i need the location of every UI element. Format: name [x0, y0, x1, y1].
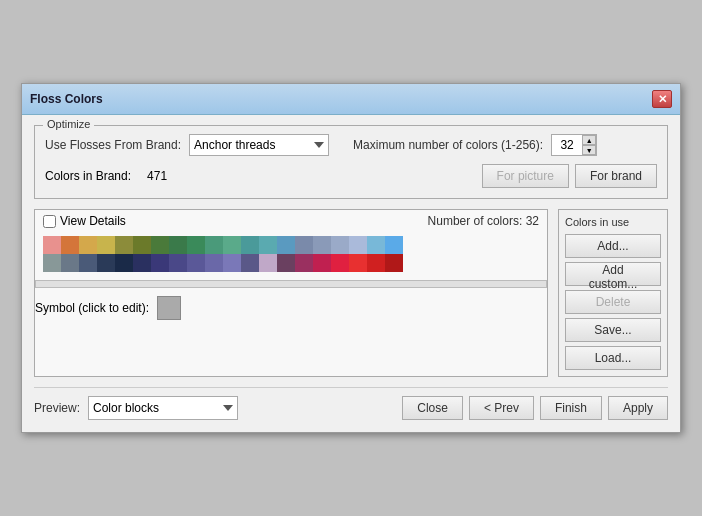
swatch[interactable]: [205, 254, 223, 272]
swatch[interactable]: [43, 236, 61, 254]
swatch[interactable]: [367, 236, 385, 254]
spinner-up[interactable]: ▲: [582, 135, 596, 145]
optimize-group: Optimize Use Flosses From Brand: Anchor …: [34, 125, 668, 199]
colors-in-brand-label: Colors in Brand:: [45, 169, 131, 183]
swatch[interactable]: [295, 254, 313, 272]
close-button[interactable]: ✕: [652, 90, 672, 108]
swatch[interactable]: [169, 254, 187, 272]
swatch[interactable]: [115, 236, 133, 254]
spinner-down[interactable]: ▼: [582, 145, 596, 155]
add-button[interactable]: Add...: [565, 234, 661, 258]
middle-area: View Details Number of colors: 32: [34, 209, 668, 377]
title-bar: Floss Colors ✕: [22, 84, 680, 115]
for-picture-button[interactable]: For picture: [482, 164, 569, 188]
symbol-box[interactable]: [157, 296, 181, 320]
apply-button[interactable]: Apply: [608, 396, 668, 420]
swatch[interactable]: [385, 254, 403, 272]
swatch[interactable]: [151, 254, 169, 272]
swatch[interactable]: [295, 236, 313, 254]
view-details-checkbox[interactable]: [43, 215, 56, 228]
colors-in-use-panel: Colors in use Add... Add custom... Delet…: [558, 209, 668, 377]
view-details-label: View Details: [60, 214, 126, 228]
footer-buttons: Close < Prev Finish Apply: [402, 396, 668, 420]
swatch[interactable]: [97, 236, 115, 254]
number-of-colors-label: Number of colors: 32: [428, 214, 539, 228]
swatch[interactable]: [313, 254, 331, 272]
action-buttons: For picture For brand: [482, 164, 657, 188]
swatch[interactable]: [349, 236, 367, 254]
colors-in-brand-value: 471: [147, 169, 167, 183]
window-body: Optimize Use Flosses From Brand: Anchor …: [22, 115, 680, 432]
swatch[interactable]: [169, 236, 187, 254]
finish-button[interactable]: Finish: [540, 396, 602, 420]
swatch-row-2: [43, 254, 539, 272]
swatch[interactable]: [187, 254, 205, 272]
colors-in-use-title: Colors in use: [565, 216, 661, 228]
swatch[interactable]: [241, 236, 259, 254]
swatch[interactable]: [61, 236, 79, 254]
load-button[interactable]: Load...: [565, 346, 661, 370]
swatch[interactable]: [133, 236, 151, 254]
swatch[interactable]: [259, 236, 277, 254]
max-colors-input[interactable]: [552, 135, 582, 155]
swatch[interactable]: [223, 236, 241, 254]
brand-row: Use Flosses From Brand: Anchor threads D…: [45, 134, 657, 156]
colors-brand-row: Colors in Brand: 471 For picture For bra…: [45, 164, 657, 188]
swatch[interactable]: [223, 254, 241, 272]
save-button[interactable]: Save...: [565, 318, 661, 342]
swatch[interactable]: [277, 254, 295, 272]
swatch[interactable]: [61, 254, 79, 272]
close-button-footer[interactable]: Close: [402, 396, 463, 420]
max-colors-spinner[interactable]: ▲ ▼: [551, 134, 597, 156]
swatch-row-1: [43, 236, 539, 254]
swatch[interactable]: [97, 254, 115, 272]
max-colors-label: Maximum number of colors (1-256):: [353, 138, 543, 152]
color-panel: View Details Number of colors: 32: [34, 209, 548, 377]
swatch[interactable]: [367, 254, 385, 272]
delete-button[interactable]: Delete: [565, 290, 661, 314]
swatch[interactable]: [133, 254, 151, 272]
optimize-group-title: Optimize: [43, 118, 94, 130]
swatch[interactable]: [241, 254, 259, 272]
view-details-checkbox-container[interactable]: View Details: [43, 214, 126, 228]
window-title: Floss Colors: [30, 92, 103, 106]
brand-label: Use Flosses From Brand:: [45, 138, 181, 152]
preview-select[interactable]: Color blocks Symbols No preview: [88, 396, 238, 420]
spinner-buttons: ▲ ▼: [582, 135, 596, 155]
swatch[interactable]: [259, 254, 277, 272]
swatch[interactable]: [151, 236, 169, 254]
footer: Preview: Color blocks Symbols No preview…: [34, 387, 668, 420]
swatch[interactable]: [187, 236, 205, 254]
swatch[interactable]: [385, 236, 403, 254]
swatch[interactable]: [277, 236, 295, 254]
floss-colors-window: Floss Colors ✕ Optimize Use Flosses From…: [21, 83, 681, 433]
swatch[interactable]: [79, 236, 97, 254]
prev-button[interactable]: < Prev: [469, 396, 534, 420]
add-custom-button[interactable]: Add custom...: [565, 262, 661, 286]
brand-select[interactable]: Anchor threads DMC threads Madeira threa…: [189, 134, 329, 156]
symbol-area: Symbol (click to edit):: [35, 292, 547, 326]
swatch[interactable]: [79, 254, 97, 272]
color-panel-header: View Details Number of colors: 32: [35, 210, 547, 232]
swatch[interactable]: [205, 236, 223, 254]
swatch[interactable]: [43, 254, 61, 272]
swatch[interactable]: [331, 254, 349, 272]
color-scrollbar[interactable]: [35, 280, 547, 288]
swatch[interactable]: [313, 236, 331, 254]
for-brand-button[interactable]: For brand: [575, 164, 657, 188]
color-grid: [35, 232, 547, 280]
preview-label: Preview:: [34, 401, 80, 415]
swatch[interactable]: [331, 236, 349, 254]
swatch[interactable]: [115, 254, 133, 272]
swatch[interactable]: [349, 254, 367, 272]
symbol-label: Symbol (click to edit):: [35, 301, 149, 315]
